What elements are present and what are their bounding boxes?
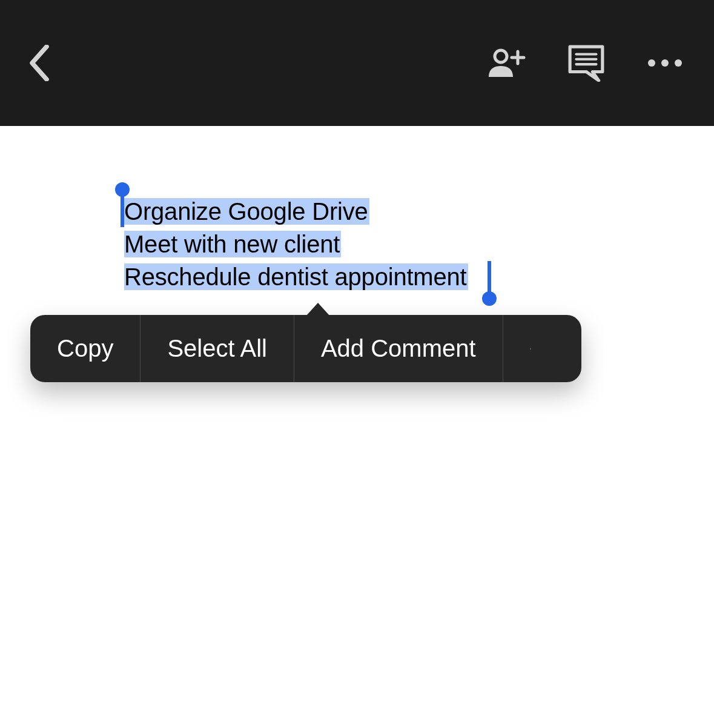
selected-text-block[interactable]: Organize Google Drive Meet with new clie… bbox=[124, 195, 714, 293]
back-icon[interactable] bbox=[18, 42, 61, 84]
top-bar bbox=[0, 0, 714, 126]
add-comment-button[interactable]: Add Comment bbox=[294, 315, 503, 382]
document-line: Meet with new client bbox=[124, 231, 341, 257]
document-body[interactable]: Organize Google Drive Meet with new clie… bbox=[0, 126, 714, 293]
more-actions-button[interactable] bbox=[503, 315, 558, 382]
comment-icon[interactable] bbox=[565, 42, 607, 84]
document-line: Organize Google Drive bbox=[124, 198, 369, 225]
text-selection-context-menu: Copy Select All Add Comment bbox=[30, 315, 581, 382]
selection-end-handle[interactable] bbox=[488, 261, 491, 293]
select-all-button[interactable]: Select All bbox=[140, 315, 294, 382]
share-add-person-icon[interactable] bbox=[486, 42, 529, 84]
svg-point-0 bbox=[495, 50, 507, 62]
chevron-right-icon bbox=[530, 337, 531, 361]
document-line: Reschedule dentist appointment bbox=[124, 263, 468, 290]
more-icon[interactable] bbox=[644, 42, 686, 84]
selection-start-handle[interactable] bbox=[121, 196, 124, 227]
copy-button[interactable]: Copy bbox=[30, 315, 140, 382]
